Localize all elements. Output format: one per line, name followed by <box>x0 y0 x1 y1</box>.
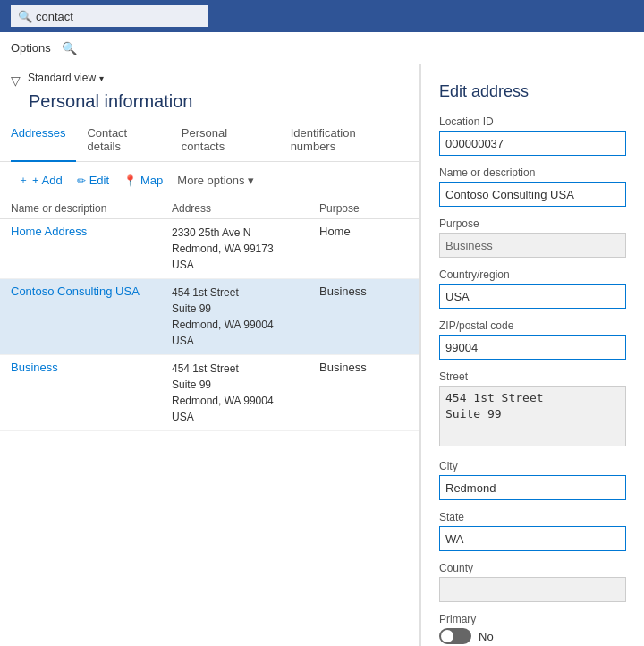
panel-title: Edit address <box>439 82 626 101</box>
col-header-purpose: Purpose <box>319 202 409 215</box>
tab-personal-contacts[interactable]: Personal contacts <box>171 119 280 162</box>
location-id-input[interactable] <box>439 131 626 156</box>
search-icon: 🔍 <box>18 10 32 23</box>
country-input[interactable] <box>439 284 626 309</box>
primary-toggle-thumb <box>441 630 453 642</box>
view-selector-label: Standard view <box>28 72 96 84</box>
row-name: Home Address <box>11 225 172 238</box>
left-panel: ▽ Standard view ▾ Personal information A… <box>0 64 420 646</box>
row-purpose: Business <box>319 361 409 374</box>
city-label: City <box>439 460 626 472</box>
city-group: City <box>439 460 626 500</box>
more-options-label: More options <box>177 174 244 187</box>
name-input[interactable] <box>439 182 626 207</box>
more-options-button[interactable]: More options ▾ <box>170 170 261 191</box>
primary-toggle-track[interactable] <box>439 628 471 644</box>
location-id-group: Location ID <box>439 115 626 156</box>
table-row[interactable]: Contoso Consulting USA 454 1st StreetSui… <box>0 279 419 355</box>
table-header: Name or description Address Purpose <box>0 199 419 219</box>
tabs-bar: Addresses Contact details Personal conta… <box>0 119 419 162</box>
row-address: 454 1st StreetSuite 99Redmond, WA 99004U… <box>172 361 319 425</box>
name-group: Name or description <box>439 166 626 207</box>
add-label: + Add <box>32 174 63 187</box>
city-input[interactable] <box>439 475 626 500</box>
options-search-icon[interactable]: 🔍 <box>62 41 77 55</box>
tab-contact-details[interactable]: Contact details <box>76 119 170 162</box>
county-label: County <box>439 562 626 574</box>
tab-identification-numbers[interactable]: Identification numbers <box>280 119 409 162</box>
primary-label: Primary <box>439 613 626 625</box>
state-input[interactable] <box>439 526 626 551</box>
chevron-down-icon: ▾ <box>99 73 104 83</box>
col-header-name: Name or description <box>11 202 172 215</box>
row-purpose: Home <box>319 225 409 238</box>
street-input[interactable]: 454 1st Street Suite 99 <box>439 386 626 446</box>
primary-toggle[interactable] <box>439 628 471 644</box>
search-wrapper: 🔍 <box>11 5 208 27</box>
page-title: Personal information <box>0 88 419 119</box>
main-content: ▽ Standard view ▾ Personal information A… <box>0 64 644 646</box>
table-row[interactable]: Business 454 1st StreetSuite 99Redmond, … <box>0 355 419 431</box>
options-label: Options <box>11 41 51 55</box>
state-group: State <box>439 511 626 551</box>
zip-group: ZIP/postal code <box>439 319 626 360</box>
toolbar: ＋ + Add ✏ Edit 📍 Map More options ▾ <box>0 162 419 199</box>
map-icon: 📍 <box>123 174 137 187</box>
country-label: Country/region <box>439 268 626 281</box>
view-selector[interactable]: Standard view ▾ <box>28 72 104 84</box>
top-bar: 🔍 <box>0 0 644 32</box>
county-group: County <box>439 562 626 602</box>
purpose-input <box>439 233 626 258</box>
edit-button[interactable]: ✏ Edit <box>70 170 116 191</box>
options-bar: Options 🔍 <box>0 32 644 64</box>
add-button[interactable]: ＋ + Add <box>11 169 70 191</box>
row-name: Business <box>11 361 172 374</box>
primary-toggle-row: No <box>439 628 626 644</box>
zip-input[interactable] <box>439 335 626 360</box>
row-address: 2330 25th Ave NRedmond, WA 99173USA <box>172 225 319 273</box>
location-id-label: Location ID <box>439 115 626 128</box>
edit-address-panel: Edit address Location ID Name or descrip… <box>420 64 644 646</box>
add-icon: ＋ <box>18 173 29 188</box>
name-label: Name or description <box>439 166 626 179</box>
primary-toggle-label: No <box>479 630 494 643</box>
edit-icon: ✏ <box>77 174 86 187</box>
filter-icon[interactable]: ▽ <box>11 73 21 88</box>
more-options-chevron-icon: ▾ <box>248 174 254 187</box>
row-address: 454 1st StreetSuite 99Redmond, WA 99004U… <box>172 285 319 349</box>
state-label: State <box>439 511 626 523</box>
primary-group: Primary No <box>439 613 626 644</box>
county-input[interactable] <box>439 577 626 602</box>
tab-addresses[interactable]: Addresses <box>11 119 76 162</box>
street-label: Street <box>439 370 626 383</box>
col-header-address: Address <box>172 202 319 215</box>
row-name: Contoso Consulting USA <box>11 285 172 298</box>
purpose-group: Purpose <box>439 217 626 258</box>
map-button[interactable]: 📍 Map <box>116 170 170 191</box>
search-input[interactable] <box>11 5 208 27</box>
purpose-label: Purpose <box>439 217 626 230</box>
table-area: Name or description Address Purpose Home… <box>0 199 419 646</box>
map-label: Map <box>140 174 163 187</box>
zip-label: ZIP/postal code <box>439 319 626 332</box>
country-group: Country/region <box>439 268 626 309</box>
edit-label: Edit <box>89 174 109 187</box>
street-group: Street 454 1st Street Suite 99 <box>439 370 626 449</box>
row-purpose: Business <box>319 285 409 298</box>
filter-area: ▽ Standard view ▾ <box>0 64 419 88</box>
table-row[interactable]: Home Address 2330 25th Ave NRedmond, WA … <box>0 219 419 279</box>
